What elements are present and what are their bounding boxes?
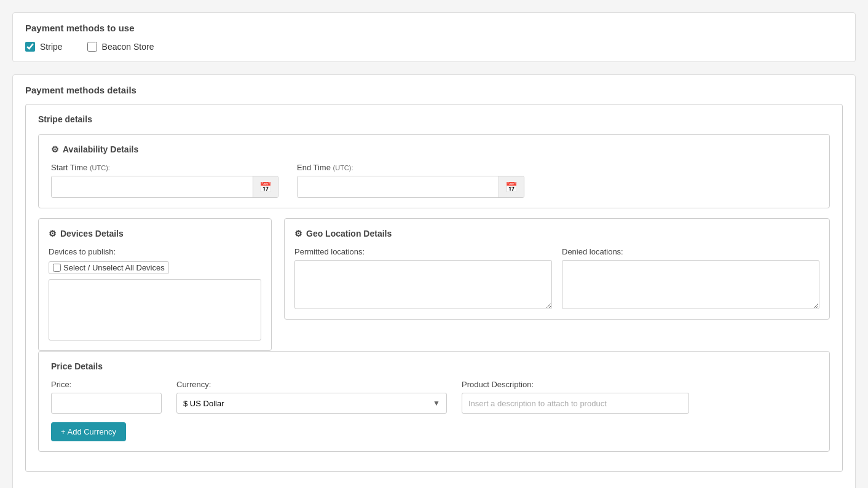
price-group: Price: 0.00 [51,380,162,414]
beacon-store-checkbox[interactable] [87,42,97,52]
payment-methods-row: Stripe Beacon Store [25,42,843,52]
geo-location-title: ⚙ Geo Location Details [294,229,819,238]
beacon-store-label: Beacon Store [102,42,154,52]
payment-details-title: Payment methods details [25,85,843,95]
availability-details-subsection: ⚙ Availability Details Start Time (UTC):… [38,134,830,208]
add-currency-button[interactable]: + Add Currency [51,422,126,441]
beacon-store-checkbox-label[interactable]: Beacon Store [87,42,154,52]
geo-location-section: ⚙ Geo Location Details Permitted locatio… [284,218,830,320]
devices-details-section: ⚙ Devices Details Devices to publish: Se… [38,218,272,351]
payment-methods-details-section: Payment methods details Stripe details ⚙… [12,74,856,488]
denied-locations-group: Denied locations: [562,247,819,309]
start-time-group: Start Time (UTC): 📅 [51,163,278,198]
devices-details-title: ⚙ Devices Details [49,229,261,238]
devices-to-publish-label: Devices to publish: [49,247,261,256]
availability-details-title: ⚙ Availability Details [51,144,817,154]
start-time-label: Start Time (UTC): [51,163,278,172]
product-description-input[interactable] [462,393,689,414]
currency-select-wrapper: $ US Dollar € Euro £ British Pound ▼ [176,393,447,414]
denied-locations-label: Denied locations: [562,247,819,256]
product-description-label: Product Description: [462,380,689,389]
permitted-locations-group: Permitted locations: [294,247,552,309]
devices-geo-row: ⚙ Devices Details Devices to publish: Se… [38,218,830,351]
product-description-group: Product Description: [462,380,689,414]
currency-select[interactable]: $ US Dollar € Euro £ British Pound [183,399,433,408]
geo-inner: ⚙ Geo Location Details Permitted locatio… [284,218,830,320]
gear-icon-devices: ⚙ [49,229,57,238]
payment-methods-section: Payment methods to use Stripe Beacon Sto… [12,12,856,62]
denied-locations-textarea[interactable] [562,260,819,309]
currency-group: Currency: $ US Dollar € Euro £ British P… [176,380,447,414]
start-time-calendar-button[interactable]: 📅 [253,176,278,197]
end-time-calendar-button[interactable]: 📅 [499,176,524,197]
permitted-locations-label: Permitted locations: [294,247,552,256]
start-time-input[interactable] [52,176,253,197]
stripe-details-section: Stripe details ⚙ Availability Details St… [25,104,843,472]
devices-inner: ⚙ Devices Details Devices to publish: Se… [38,218,272,351]
geo-fields-row: Permitted locations: Denied locations: [294,247,819,309]
select-arrow-icon: ▼ [433,399,440,407]
select-all-label[interactable]: Select / Unselect All Devices [49,261,169,274]
end-time-input-wrapper: 📅 [297,176,524,198]
payment-methods-title: Payment methods to use [25,23,843,33]
end-time-label: End Time (UTC): [297,163,524,172]
stripe-details-title: Stripe details [38,114,830,124]
gear-icon-geo: ⚙ [294,229,302,238]
permitted-locations-textarea[interactable] [294,260,552,309]
gear-icon-availability: ⚙ [51,144,59,154]
stripe-label: Stripe [40,42,63,52]
select-all-devices-checkbox[interactable] [53,264,61,272]
select-all-checkbox-row: Select / Unselect All Devices [49,261,261,274]
time-fields-row: Start Time (UTC): 📅 End Time (UTC): [51,163,817,198]
start-time-input-wrapper: 📅 [51,176,278,198]
currency-label: Currency: [176,380,447,389]
end-time-group: End Time (UTC): 📅 [297,163,524,198]
price-details-title: Price Details [51,361,817,371]
price-details-subsection: Price Details Price: 0.00 Currency: $ US… [38,351,830,452]
price-input[interactable]: 0.00 [51,393,162,414]
stripe-checkbox[interactable] [25,42,35,52]
end-time-input[interactable] [298,176,499,197]
stripe-details-label: Stripe details [38,114,92,124]
stripe-checkbox-label[interactable]: Stripe [25,42,63,52]
price-fields-row: Price: 0.00 Currency: $ US Dollar € Euro… [51,380,817,414]
devices-list-box[interactable] [49,279,261,340]
price-label: Price: [51,380,162,389]
